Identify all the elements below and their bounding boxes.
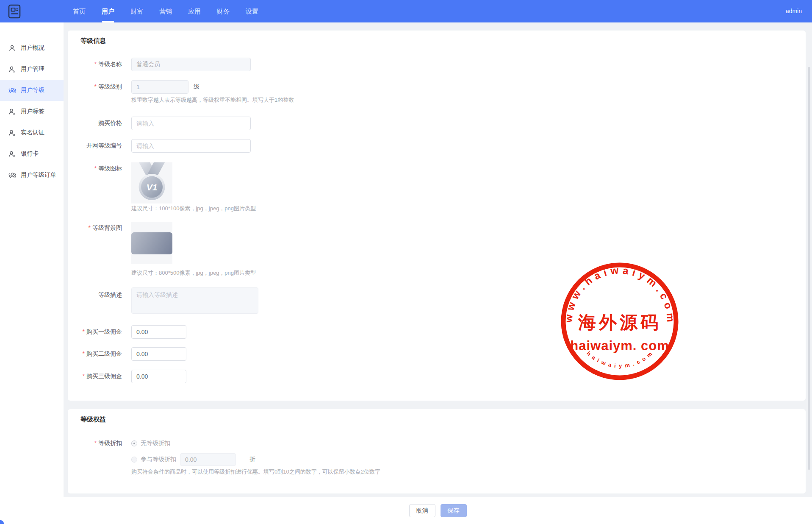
user-tag-icon [8, 108, 16, 115]
discount-value-input[interactable] [180, 453, 236, 466]
field-label-purchase-price: 购买价格 [68, 120, 122, 127]
user-level-icon [8, 86, 16, 94]
level-name-input[interactable] [131, 58, 251, 71]
field-label-open-level-no: 开网等级编号 [68, 142, 122, 150]
field-label-discount: *等级折扣 [68, 440, 122, 447]
cancel-button[interactable]: 取消 [409, 504, 435, 517]
radio-no-discount-label: 无等级折扣 [141, 440, 170, 447]
nav-item-home[interactable]: 首页 [73, 0, 86, 22]
user-overview-icon [8, 44, 16, 52]
top-navbar: 首页 用户 财富 营销 应用 财务 设置 admin [0, 0, 812, 22]
sidebar-item-label: 银行卡 [21, 150, 39, 158]
commission2-input[interactable] [131, 347, 186, 361]
bank-card-icon [8, 150, 16, 158]
field-label-level-bg: *等级背景图 [68, 222, 122, 232]
required-mark: * [94, 83, 97, 90]
required-mark: * [94, 165, 97, 172]
field-label-commission2: *购买二级佣金 [68, 350, 122, 358]
sidebar-item-user-manage[interactable]: 用户管理 [0, 59, 64, 80]
sidebar-item-label: 用户等级 [21, 86, 44, 94]
field-label-commission1: *购买一级佣金 [68, 328, 122, 336]
level-icon-upload[interactable]: V1 [131, 162, 172, 203]
section-title-level-info: 等级信息 [80, 37, 106, 45]
purchase-price-input[interactable] [131, 117, 251, 130]
nav-item-finance[interactable]: 财务 [217, 0, 230, 22]
level-grade-input[interactable] [131, 80, 188, 94]
realname-auth-icon [8, 129, 16, 137]
main-nav: 首页 用户 财富 营销 应用 财务 设置 [73, 0, 258, 22]
nav-item-wealth[interactable]: 财富 [130, 0, 143, 22]
medal-badge-text: V1 [147, 182, 158, 192]
level-grade-unit: 级 [194, 83, 200, 91]
sidebar-item-realname-auth[interactable]: 实名认证 [0, 122, 64, 143]
level-desc-textarea[interactable] [131, 287, 258, 314]
level-rights-card: 等级权益 *等级折扣 无等级折扣 参与等级折扣 折 购买符合条件的商品时，可以使… [68, 409, 806, 493]
user-level-order-icon [8, 171, 16, 179]
level-grade-help: 权重数字越大表示等级越高，等级权重不能相同。填写大于1的整数 [131, 97, 294, 103]
sidebar-item-bank-card[interactable]: 银行卡 [0, 143, 64, 164]
commission1-input[interactable] [131, 325, 186, 339]
sidebar-item-user-level-order[interactable]: 用户等级订单 [0, 164, 64, 186]
discount-help: 购买符合条件的商品时，可以使用等级折扣进行优惠。填写0到10之间的数字，可以保留… [131, 468, 380, 475]
discount-option-none[interactable]: 无等级折扣 [131, 440, 170, 447]
level-info-card: 等级信息 *等级名称 *等级级别 级 权重数字越大表示等级越高，等级权重不能相同… [68, 31, 806, 401]
commission3-input[interactable] [131, 370, 186, 383]
level-bg-preview [131, 232, 172, 254]
user-manage-icon [8, 65, 16, 73]
sidebar-item-label: 实名认证 [21, 129, 44, 137]
current-user[interactable]: admin [786, 0, 802, 22]
nav-item-marketing[interactable]: 营销 [159, 0, 172, 22]
sidebar-item-label: 用户标签 [21, 108, 44, 115]
required-mark: * [94, 61, 97, 67]
nav-item-settings[interactable]: 设置 [246, 0, 258, 22]
required-mark: * [83, 328, 85, 335]
field-label-level-desc: 等级描述 [68, 287, 122, 299]
discount-unit: 折 [249, 456, 255, 463]
field-label-level-name: *等级名称 [68, 61, 122, 68]
level-bg-help: 建议尺寸：800*500像素，jpg，jpeg，png图片类型 [131, 270, 256, 276]
sidebar-item-label: 用户等级订单 [21, 171, 56, 179]
level-bg-upload[interactable] [131, 222, 172, 264]
nav-item-apps[interactable]: 应用 [188, 0, 201, 22]
form-footer: 取消 保存 [64, 497, 812, 524]
level-icon-help: 建议尺寸：100*100像素，jpg，jpeg，png图片类型 [131, 205, 256, 212]
required-mark: * [83, 350, 85, 357]
required-mark: * [83, 373, 85, 379]
sidebar-item-user-overview[interactable]: 用户概况 [0, 37, 64, 59]
app-logo[interactable] [6, 4, 22, 19]
sidebar: 用户概况 用户管理 用户等级 用户标签 实名认证 银行卡 用户等级订单 [0, 22, 64, 524]
required-mark: * [89, 224, 91, 231]
sidebar-item-user-level[interactable]: 用户等级 [0, 80, 64, 101]
field-label-commission3: *购买三级佣金 [68, 373, 122, 380]
sidebar-item-user-tag[interactable]: 用户标签 [0, 101, 64, 122]
radio-no-discount[interactable] [131, 440, 137, 446]
radio-join-discount-label: 参与等级折扣 [141, 456, 176, 463]
radio-join-discount[interactable] [131, 457, 137, 463]
discount-option-join[interactable]: 参与等级折扣 折 [131, 453, 255, 466]
sidebar-item-label: 用户概况 [21, 44, 44, 52]
field-label-level-grade: *等级级别 [68, 83, 122, 91]
field-label-level-icon: *等级图标 [68, 162, 122, 173]
required-mark: * [94, 440, 97, 446]
sidebar-item-label: 用户管理 [21, 65, 44, 73]
id-card-logo-icon [7, 4, 22, 19]
section-title-level-rights: 等级权益 [80, 415, 106, 424]
vertical-scrollbar[interactable] [808, 67, 810, 470]
nav-item-user[interactable]: 用户 [102, 0, 114, 22]
medal-icon: V1 [131, 162, 172, 203]
open-level-no-input[interactable] [131, 139, 251, 153]
save-button[interactable]: 保存 [441, 504, 467, 517]
